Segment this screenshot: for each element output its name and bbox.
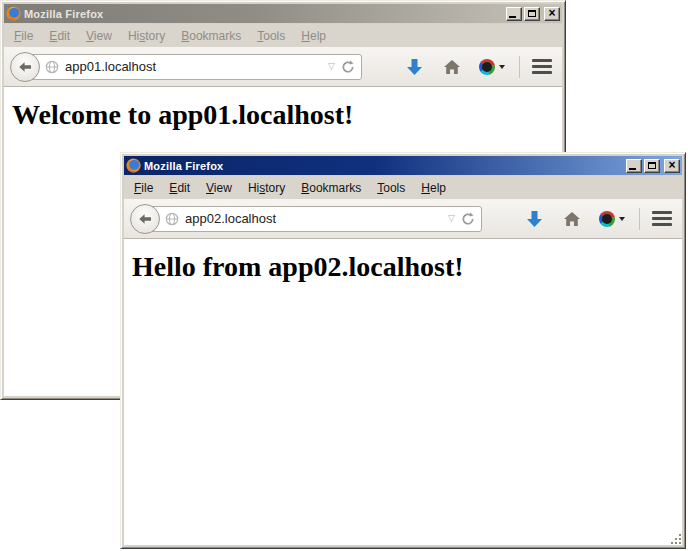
back-button[interactable] [10, 52, 40, 82]
home-button[interactable] [443, 59, 461, 75]
home-icon [563, 211, 581, 227]
menu-tools[interactable]: Tools [249, 26, 293, 46]
firefox-logo-icon [6, 6, 21, 21]
toolbar-separator [519, 56, 520, 78]
open-menu-button[interactable] [652, 209, 672, 228]
download-icon [526, 210, 543, 228]
toolbar-separator [639, 208, 640, 230]
addon-caret-icon [499, 65, 505, 69]
maximize-button[interactable] [524, 7, 540, 21]
menu-icon [652, 211, 672, 214]
minimize-button[interactable] [626, 159, 642, 173]
minimize-icon [509, 16, 516, 18]
resize-grip[interactable] [670, 533, 683, 546]
globe-icon [45, 60, 59, 74]
urlbar-dropdown-icon[interactable]: ▽ [444, 214, 459, 223]
maximize-icon [528, 10, 536, 17]
menu-file[interactable]: File [6, 26, 41, 46]
close-icon: × [548, 8, 555, 18]
page-content-app02: Hello from app02.localhost! [124, 239, 682, 545]
back-button[interactable] [130, 204, 160, 234]
download-icon [406, 58, 423, 76]
firefox-window-app02: Mozilla Firefox × File Edit View History… [120, 152, 686, 549]
minimize-icon [629, 168, 636, 170]
reload-icon [341, 60, 355, 74]
addon-button[interactable] [479, 59, 505, 75]
open-menu-button[interactable] [532, 57, 552, 76]
addon-color-wheel-icon [479, 59, 495, 75]
reload-icon [461, 212, 475, 226]
reload-button[interactable] [459, 212, 481, 226]
close-button[interactable]: × [664, 159, 680, 173]
menu-tools[interactable]: Tools [369, 178, 413, 198]
url-bar[interactable]: ▽ [26, 54, 362, 80]
maximize-icon [648, 162, 656, 169]
menu-edit[interactable]: Edit [41, 26, 78, 46]
page-heading: Hello from app02.localhost! [132, 251, 682, 283]
back-icon [137, 211, 153, 227]
globe-icon [165, 212, 179, 226]
close-button[interactable]: × [544, 7, 560, 21]
menu-bookmarks[interactable]: Bookmarks [293, 178, 369, 198]
navigation-toolbar: ▽ [124, 199, 682, 239]
url-input[interactable] [181, 211, 444, 226]
window-controls: × [506, 7, 560, 21]
urlbar-dropdown-icon[interactable]: ▽ [324, 62, 339, 71]
url-input[interactable] [61, 59, 324, 74]
menu-history[interactable]: History [240, 178, 293, 198]
firefox-logo-icon [126, 158, 141, 173]
home-button[interactable] [563, 211, 581, 227]
page-heading: Welcome to app01.localhost! [12, 99, 562, 131]
downloads-button[interactable] [406, 58, 423, 76]
menu-view[interactable]: View [198, 178, 240, 198]
titlebar[interactable]: Mozilla Firefox × [124, 156, 682, 175]
back-icon [17, 59, 33, 75]
menu-bar: File Edit View History Bookmarks Tools H… [124, 176, 682, 199]
window-title: Mozilla Firefox [24, 8, 503, 20]
url-bar[interactable]: ▽ [146, 206, 482, 232]
window-controls: × [626, 159, 680, 173]
menu-bar: File Edit View History Bookmarks Tools H… [4, 24, 562, 47]
addon-color-wheel-icon [599, 211, 615, 227]
addon-caret-icon [619, 217, 625, 221]
window-title: Mozilla Firefox [144, 160, 623, 172]
home-icon [443, 59, 461, 75]
addon-button[interactable] [599, 211, 625, 227]
menu-icon [532, 59, 552, 62]
titlebar[interactable]: Mozilla Firefox × [4, 4, 562, 23]
menu-help[interactable]: Help [413, 178, 454, 198]
maximize-button[interactable] [644, 159, 660, 173]
navigation-toolbar: ▽ [4, 47, 562, 87]
downloads-button[interactable] [526, 210, 543, 228]
menu-bookmarks[interactable]: Bookmarks [173, 26, 249, 46]
reload-button[interactable] [339, 60, 361, 74]
menu-history[interactable]: History [120, 26, 173, 46]
menu-help[interactable]: Help [293, 26, 334, 46]
close-icon: × [668, 160, 675, 170]
minimize-button[interactable] [506, 7, 522, 21]
menu-view[interactable]: View [78, 26, 120, 46]
menu-file[interactable]: File [126, 178, 161, 198]
menu-edit[interactable]: Edit [161, 178, 198, 198]
